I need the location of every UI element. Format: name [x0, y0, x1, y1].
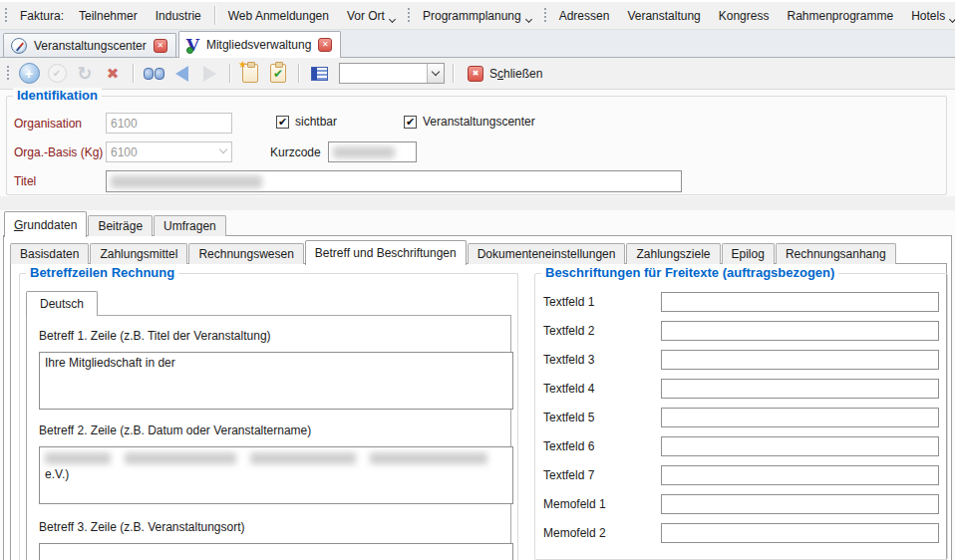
menu-item-rahmenprogramme[interactable]: Rahmenprogramme [778, 4, 902, 28]
tab-epilog[interactable]: Epilog [722, 243, 775, 264]
freitext-row: Textfeld 1 [543, 292, 939, 312]
sichtbar-checkbox[interactable]: ✔ [276, 116, 289, 129]
menu-item-vor-ort[interactable]: Vor Ort [338, 4, 404, 28]
next-record-button-disabled [197, 62, 221, 86]
freitext-row: Textfeld 2 [543, 321, 939, 341]
combobox-dropdown-button[interactable] [427, 64, 444, 83]
groupbox-legend: Beschriftungen für Freitexte (auftragsbe… [541, 265, 838, 280]
freitexte-groupbox: Beschriftungen für Freitexte (auftragsbe… [534, 273, 948, 560]
betreff-2-textarea[interactable]: e.V.) [39, 446, 513, 504]
toolbar-gripper[interactable] [6, 65, 11, 82]
language-panel: Betreff 1. Zeile (z.B. Titel der Veranst… [26, 315, 511, 560]
tab-label: Mitgliedsverwaltung [206, 38, 311, 52]
chevron-down-icon [219, 145, 227, 153]
tab-grunddaten[interactable]: Grunddaten [4, 211, 87, 237]
betreff-3-textarea[interactable] [39, 543, 513, 560]
groupbox-legend: Betreffzeilen Rechnung [26, 265, 178, 280]
tab-mitgliedsverwaltung[interactable]: V Mitgliedsverwaltung ✕ [178, 31, 342, 58]
identifikation-groupbox: Identifikation Organisation ✔ sichtbar ✔… [6, 96, 947, 195]
plus-circle-icon: + [19, 63, 40, 84]
toolbar-separator [298, 64, 299, 83]
textfeld-6-label: Textfeld 6 [543, 439, 661, 453]
previous-record-button[interactable] [169, 62, 193, 86]
organisation-field [106, 113, 232, 134]
redacted-value [370, 452, 487, 464]
toolbar-gripper[interactable] [407, 7, 412, 24]
save-button-disabled: ✔ [45, 62, 69, 86]
toolbar-combobox[interactable] [339, 63, 445, 84]
sichtbar-label: sichtbar [295, 115, 337, 129]
kurzcode-field[interactable] [328, 141, 417, 162]
tab-rechnungsanhang[interactable]: Rechnungsanhang [776, 243, 896, 264]
freitext-row: Textfeld 5 [543, 408, 939, 427]
list-view-button[interactable] [307, 62, 331, 86]
freitext-row: Textfeld 6 [543, 436, 939, 456]
toolbar-separator [453, 64, 454, 83]
menu-item-adressen[interactable]: Adressen [550, 4, 619, 28]
betreffzeilen-groupbox: Betreffzeilen Rechnung Deutsch Betreff 1… [19, 273, 518, 560]
form-area: Identifikation Organisation ✔ sichtbar ✔… [0, 90, 955, 560]
check-circle-icon: ✔ [48, 64, 67, 83]
textfeld-6-field[interactable] [661, 436, 939, 456]
add-button[interactable]: + [17, 62, 41, 86]
toolbar-gripper[interactable] [543, 7, 548, 24]
toolbar-gripper[interactable] [4, 7, 9, 24]
tab-betreff-und-beschriftungen[interactable]: Betreff und Beschriftungen [305, 240, 467, 265]
kurzcode-label: Kurzcode [270, 145, 321, 159]
tab-zahlungsmittel[interactable]: Zahlungsmittel [90, 243, 187, 264]
menu-item-hotels[interactable]: Hotels [902, 4, 955, 28]
binoculars-icon [144, 68, 164, 80]
titel-field[interactable] [106, 170, 682, 192]
validate-document-button[interactable]: ✔ [266, 62, 290, 86]
menu-item-teilnehmer[interactable]: Teilnehmer [70, 4, 147, 28]
arrow-left-icon [175, 66, 188, 82]
textfeld-4-field[interactable] [661, 379, 939, 399]
menu-item-kongress[interactable]: Kongress [710, 4, 779, 28]
textfeld-2-field[interactable] [661, 321, 939, 341]
sichtbar-checkbox-row: ✔ sichtbar [276, 115, 337, 129]
arrow-right-icon [203, 66, 216, 82]
memofeld-2-field[interactable] [661, 523, 939, 543]
tab-dokumenteneinstellungen[interactable]: Dokumenteneinstellungen [468, 243, 626, 264]
betreff-2-label: Betreff 2. Zeile (z.B. Datum oder Verans… [39, 423, 311, 437]
textfeld-3-field[interactable] [661, 350, 939, 370]
schliessen-button[interactable]: ✖ Schließen [462, 61, 548, 87]
menu-item-programmplanung[interactable]: Programmplanung [414, 4, 540, 28]
close-icon[interactable]: ✕ [154, 39, 167, 53]
textfeld-5-field[interactable] [661, 408, 939, 427]
tab-deutsch[interactable]: Deutsch [26, 291, 98, 316]
menu-separator [214, 6, 215, 25]
tab-beitraege[interactable]: Beiträge [88, 215, 153, 236]
memofeld-2-label: Memofeld 2 [543, 526, 661, 540]
close-icon[interactable]: ✕ [318, 38, 332, 52]
clipboard-check-icon: ✔ [270, 64, 286, 83]
document-tab-bar: Veranstaltungscenter ✕ V Mitgliedsverwal… [0, 30, 955, 58]
tab-veranstaltungscenter[interactable]: Veranstaltungscenter ✕ [3, 33, 176, 57]
delete-x-icon: ✖ [107, 66, 120, 81]
main-tab-strip: Grunddaten Beiträge Umfragen [4, 210, 227, 236]
veranstaltungscenter-checkbox[interactable]: ✔ [404, 116, 417, 129]
freitext-row: Memofeld 2 [543, 523, 939, 543]
new-document-button[interactable]: ★ [238, 62, 262, 86]
tab-basisdaten[interactable]: Basisdaten [10, 243, 89, 264]
textfeld-1-label: Textfeld 1 [543, 295, 661, 309]
textfeld-1-field[interactable] [661, 292, 939, 312]
betreff-1-label: Betreff 1. Zeile (z.B. Titel der Veranst… [39, 329, 271, 343]
menu-item-veranstaltung[interactable]: Veranstaltung [618, 4, 709, 28]
menu-item-industrie[interactable]: Industrie [147, 4, 210, 28]
tab-umfragen[interactable]: Umfragen [154, 215, 226, 236]
textfeld-7-field[interactable] [661, 465, 939, 485]
orga-basis-value: 6100 [111, 145, 138, 159]
delete-button[interactable]: ✖ [101, 62, 125, 86]
betreff-1-value: Ihre Mitgliedschaft in der [45, 356, 175, 370]
memofeld-1-field[interactable] [661, 494, 939, 514]
tab-rechnungswesen[interactable]: Rechnungswesen [188, 243, 303, 264]
memofeld-1-label: Memofeld 1 [543, 497, 661, 511]
redacted-value [125, 452, 236, 464]
grunddaten-tab-page: Basisdaten Zahlungsmittel Rechnungswesen… [3, 235, 952, 560]
menu-item-web-anmeldungen[interactable]: Web Anmeldungen [219, 4, 338, 28]
titel-label: Titel [14, 174, 36, 188]
betreff-1-textarea[interactable]: Ihre Mitgliedschaft in der [39, 352, 513, 410]
tab-zahlungsziele[interactable]: Zahlungsziele [626, 243, 720, 264]
search-button[interactable] [142, 62, 165, 86]
